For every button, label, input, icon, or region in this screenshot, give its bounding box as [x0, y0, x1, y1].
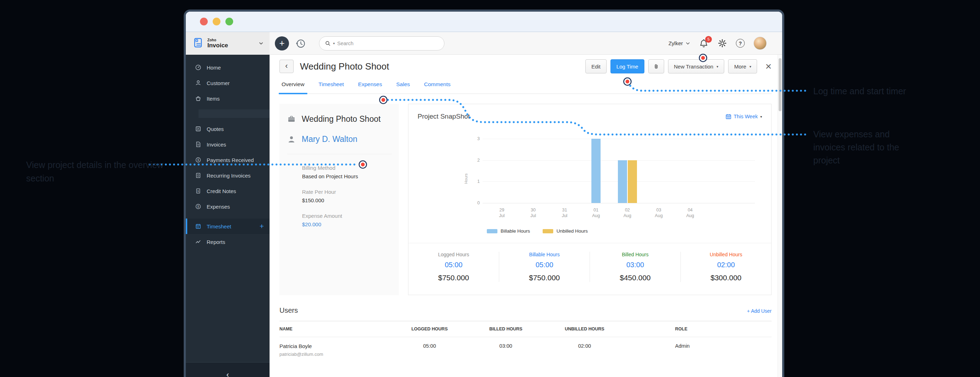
x-axis-label: 02Aug [611, 207, 643, 219]
brand-text: Zoho Invoice [207, 38, 228, 48]
project-fields: Billing MethodBased on Project HoursRate… [280, 154, 399, 227]
chevron-down-icon: ▾ [749, 65, 751, 68]
sidebar-collapse-button[interactable]: ‹ [186, 362, 270, 377]
sidebar-item-credit-notes[interactable]: $Credit Notes [186, 183, 270, 199]
stat-amount: $450.000 [590, 274, 681, 282]
tab-overview[interactable]: Overview [282, 81, 304, 93]
dashboard-icon [195, 64, 201, 71]
app: Zoho Invoice HomeCustomerItemsQuotesInvo… [186, 32, 782, 377]
sidebar-item-recurring-invoices[interactable]: Recurring Invoices [186, 168, 270, 183]
sidebar-item-items[interactable]: Items [186, 91, 270, 106]
recent-history-icon[interactable] [295, 38, 306, 49]
users-table: NAMELOGGED HOURSBILLED HOURSUNBILLED HOU… [280, 321, 772, 357]
project-name: Wedding Photo Shoot [302, 114, 380, 124]
quotes-icon [195, 126, 201, 132]
x-axis-label: 01Aug [581, 207, 612, 219]
bar-billable-hours-02-aug[interactable] [618, 160, 627, 203]
traffic-light-minimize[interactable] [213, 17, 220, 25]
edit-button[interactable]: Edit [585, 59, 606, 73]
legend-item-billable-hours: Billable Hours [487, 228, 530, 234]
table-row[interactable]: Patricia Boylepatriciab@zillum.com05:000… [280, 337, 772, 357]
tab-bar: OverviewTimesheetExpensesSalesComments [280, 81, 772, 94]
plus-icon: + [279, 38, 285, 48]
sidebar-item-quotes[interactable]: Quotes [186, 121, 270, 136]
sidebar-add-timesheet-button[interactable]: + [260, 222, 264, 231]
help-button[interactable]: ? [736, 39, 745, 48]
quick-create-button[interactable]: + [275, 36, 289, 51]
traffic-light-close[interactable] [200, 17, 208, 25]
sidebar-item-label: Recurring Invoices [207, 173, 250, 179]
log-time-button[interactable]: Log Time [611, 59, 644, 73]
tab-expenses[interactable]: Expenses [358, 81, 382, 93]
chart-slot-31-jul [549, 139, 581, 203]
users-section: Users + Add User NAMELOGGED HOURSBILLED … [280, 306, 772, 357]
sidebar-item-home[interactable]: Home [186, 60, 270, 75]
sidebar-item-invoices[interactable]: Invoices [186, 136, 270, 152]
add-user-button[interactable]: + Add User [747, 308, 772, 314]
collapse-chevron-icon: ‹ [226, 370, 229, 377]
new-transaction-button[interactable]: New Transaction ▾ [668, 59, 725, 73]
gridline-y0 [482, 203, 755, 203]
date-range-selector[interactable]: This Week ▾ [725, 114, 762, 119]
brand-zoho: Zoho [207, 38, 228, 42]
tab-timesheet[interactable]: Timesheet [319, 81, 344, 93]
x-axis-label: 04Aug [675, 207, 706, 219]
bars [618, 160, 637, 203]
close-button[interactable]: × [765, 61, 772, 72]
snapshot-stats: Logged Hours05:00$750.000Billable Hours0… [408, 243, 771, 295]
user-billed-hours: 03:00 [466, 337, 545, 357]
notifications-button[interactable]: 5 [699, 38, 709, 48]
legend-swatch [487, 229, 498, 233]
search-input[interactable] [337, 41, 422, 46]
page-content: ‹ Wedding Photo Shoot Edit Log Time New … [270, 55, 782, 377]
users-heading: Users [280, 306, 298, 315]
brand-header[interactable]: Zoho Invoice [186, 32, 270, 55]
settings-gear-icon[interactable] [718, 38, 727, 48]
bars [592, 139, 601, 203]
sidebar-item-customer[interactable]: Customer [186, 75, 270, 91]
search-bar[interactable]: ▾ [319, 36, 444, 51]
users-col-role: ROLE [624, 321, 772, 337]
field-value[interactable]: $20.000 [302, 221, 392, 227]
topbar: + ▾ Zylker [270, 32, 782, 55]
sidebar-item-label: Payments Received [207, 157, 254, 163]
attachment-button[interactable] [648, 59, 664, 73]
traffic-light-maximize[interactable] [225, 17, 233, 25]
sidebar-item-label: Reports [207, 239, 225, 245]
overview-section: Wedding Photo Shoot Mary D. Walton Billi… [280, 104, 772, 295]
more-button[interactable]: More ▾ [728, 59, 757, 73]
reports-icon [195, 239, 201, 245]
tab-sales[interactable]: Sales [396, 81, 410, 93]
y-axis-tick: 3 [472, 136, 480, 141]
timesheet-icon [195, 223, 201, 230]
bar-unbilled-hours-02-aug[interactable] [628, 160, 637, 203]
svg-text:$: $ [197, 158, 199, 162]
search-scope-caret-icon[interactable]: ▾ [333, 42, 335, 45]
brand-product: Invoice [207, 42, 228, 48]
scrollbar[interactable] [778, 55, 782, 377]
back-button[interactable]: ‹ [280, 60, 294, 73]
legend-label: Unbilled Hours [557, 228, 588, 234]
scrollbar-thumb[interactable] [779, 58, 781, 111]
svg-text:$: $ [197, 190, 199, 193]
chart-slot-30-jul [517, 139, 549, 203]
annotation-log-time: Log time and start timer [813, 84, 976, 98]
sidebar-item-reports[interactable]: Reports [186, 234, 270, 250]
expenses-icon: $ [195, 203, 201, 210]
sidebar-item-expenses[interactable]: $Expenses [186, 199, 270, 214]
chevron-down-icon[interactable] [259, 42, 263, 45]
project-snapshot-panel: Project SnapShot This Week ▾ [408, 104, 772, 295]
user-avatar[interactable] [754, 37, 767, 50]
sidebar-item-payments-received[interactable]: $Payments Received [186, 152, 270, 168]
bar-billable-hours-01-aug[interactable] [592, 139, 601, 203]
chart-plot: 3210 [482, 139, 755, 203]
stat-amount: $300.000 [681, 274, 771, 282]
org-selector[interactable]: Zylker [668, 40, 690, 46]
field-label: Expense Amount [302, 213, 392, 219]
tab-comments[interactable]: Comments [424, 81, 450, 93]
sidebar-item-label: Expenses [207, 204, 230, 210]
users-col-logged-hours: LOGGED HOURS [393, 321, 466, 337]
chart-slots [486, 139, 706, 203]
customer-name-link[interactable]: Mary D. Walton [302, 135, 358, 144]
sidebar-item-timesheet[interactable]: Timesheet+ [186, 219, 270, 234]
